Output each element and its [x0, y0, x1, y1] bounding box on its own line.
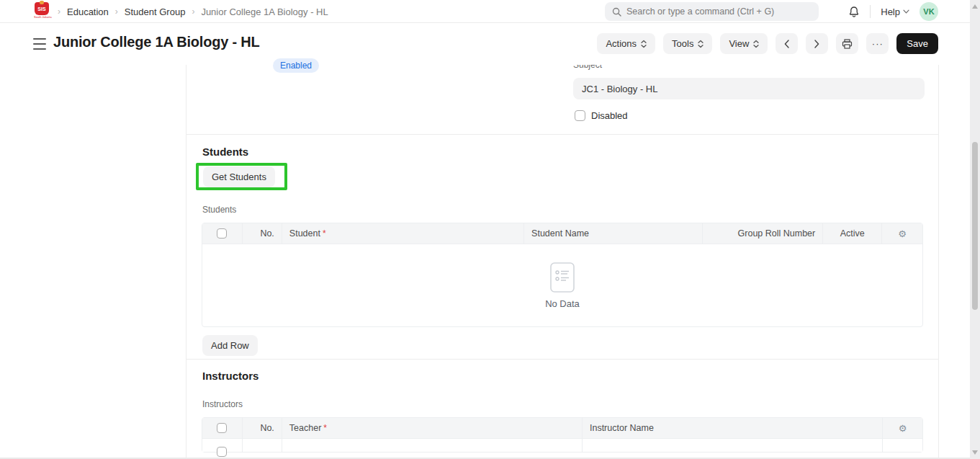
page-header: Junior College 1A Biology - HL Enabled A… [0, 23, 980, 65]
section-divider [186, 359, 939, 360]
actions-label: Actions [606, 38, 637, 49]
column-header-group-roll-number: Group Roll Number [702, 223, 823, 244]
tools-dropdown-button[interactable]: Tools [663, 33, 712, 54]
search-icon [612, 7, 621, 17]
notifications-bell-icon[interactable] [848, 6, 860, 18]
disabled-checkbox[interactable] [575, 110, 585, 121]
menu-ellipsis-button[interactable]: ··· [866, 33, 889, 54]
help-label: Help [881, 6, 900, 17]
select-all-checkbox[interactable] [217, 228, 227, 239]
top-navbar: SIS South Jakarta › Education › Student … [0, 0, 980, 23]
students-grid-label: Students [202, 205, 236, 215]
scrollbar-thumb[interactable] [972, 142, 978, 310]
print-button[interactable] [836, 33, 858, 54]
no-data-icon [550, 262, 575, 293]
sort-chevrons-icon [698, 40, 703, 48]
form-scroll-area: Subject Disabled Students Get Students S… [0, 65, 980, 459]
previous-document-button[interactable] [776, 33, 798, 54]
status-badge: Enabled [273, 58, 319, 73]
instructors-section-heading: Instructors [202, 370, 259, 382]
chevron-right-icon [814, 40, 819, 48]
breadcrumb: › Education › Student Group › Junior Col… [58, 0, 328, 23]
instructors-table: No. Teacher * Instructor Name ⚙ [202, 417, 923, 453]
students-empty-state: No Data [202, 244, 922, 326]
header-select-all-cell [202, 418, 242, 438]
global-search[interactable] [605, 2, 819, 21]
search-input[interactable] [626, 6, 812, 17]
students-table-header: No. Student * Student Name Group Roll Nu… [202, 223, 922, 244]
page-header-actions: Actions Tools View [597, 33, 938, 54]
view-label: View [729, 38, 749, 49]
column-label: Student [289, 228, 320, 239]
grid-settings-gear-icon[interactable]: ⚙ [899, 424, 907, 433]
tools-label: Tools [672, 38, 693, 49]
view-dropdown-button[interactable]: View [720, 33, 768, 54]
breadcrumb-current-doc[interactable]: Junior College 1A Biology - HL [201, 6, 328, 17]
column-header-no: No. [242, 223, 282, 244]
breadcrumb-separator-icon: › [192, 6, 194, 17]
instructors-table-row[interactable] [202, 439, 922, 452]
app-window: SIS South Jakarta › Education › Student … [0, 0, 980, 459]
page-title: Junior College 1A Biology - HL [53, 34, 260, 50]
help-menu[interactable]: Help [881, 6, 909, 17]
column-label: Teacher [289, 423, 321, 433]
column-header-student: Student * [282, 223, 523, 244]
header-select-all-cell [202, 223, 242, 244]
navbar-right-group: Help VK [848, 0, 938, 23]
actions-dropdown-button[interactable]: Actions [597, 33, 655, 54]
sort-chevrons-icon [641, 40, 647, 48]
scroll-down-arrow-icon[interactable] [972, 450, 978, 455]
get-students-button[interactable]: Get Students [203, 166, 275, 187]
logo-subtext: South Jakarta [34, 15, 50, 19]
breadcrumb-education[interactable]: Education [67, 6, 109, 17]
sort-chevrons-icon [753, 40, 759, 48]
column-header-student-name: Student Name [523, 223, 701, 244]
instructors-grid-label: Instructors [202, 399, 243, 409]
breadcrumb-separator-icon: › [58, 6, 60, 17]
grid-settings-gear-icon[interactable]: ⚙ [898, 229, 907, 239]
select-all-checkbox[interactable] [217, 423, 227, 433]
chevron-down-icon [903, 9, 909, 14]
section-divider [186, 134, 939, 135]
sidebar-toggle-icon[interactable] [33, 38, 46, 50]
vertical-scrollbar[interactable] [970, 0, 980, 459]
required-marker: * [323, 228, 326, 239]
column-header-instructor-name: Instructor Name [582, 418, 882, 438]
scroll-up-arrow-icon[interactable] [972, 4, 978, 9]
chevron-left-icon [784, 40, 789, 48]
subject-input[interactable] [573, 78, 925, 99]
printer-icon [842, 39, 853, 49]
header-settings-cell: ⚙ [882, 418, 922, 438]
row-checkbox[interactable] [217, 447, 227, 457]
column-header-no: No. [242, 418, 282, 438]
header-settings-cell: ⚙ [881, 223, 922, 244]
disabled-checkbox-label: Disabled [591, 110, 628, 121]
required-marker: * [323, 423, 327, 433]
next-document-button[interactable] [806, 33, 828, 54]
instructors-table-header: No. Teacher * Instructor Name ⚙ [202, 418, 922, 439]
disabled-checkbox-row[interactable]: Disabled [575, 110, 628, 121]
form-card: Subject Disabled Students Get Students S… [186, 65, 939, 459]
students-section-heading: Students [202, 146, 248, 158]
column-header-active: Active [822, 223, 881, 244]
no-data-text: No Data [545, 298, 580, 309]
logo-crest-icon: SIS [35, 2, 49, 15]
app-logo[interactable]: SIS South Jakarta [34, 2, 50, 21]
students-table: No. Student * Student Name Group Roll Nu… [202, 223, 923, 327]
user-avatar[interactable]: VK [920, 2, 938, 21]
column-header-teacher: Teacher * [282, 418, 582, 438]
ellipsis-icon: ··· [872, 38, 884, 49]
subject-field-label: Subject [573, 65, 602, 70]
add-row-button[interactable]: Add Row [202, 335, 258, 356]
breadcrumb-separator-icon: › [115, 6, 118, 17]
save-button[interactable]: Save [896, 33, 938, 54]
breadcrumb-student-group[interactable]: Student Group [125, 6, 186, 17]
navbar-divider [870, 5, 871, 18]
